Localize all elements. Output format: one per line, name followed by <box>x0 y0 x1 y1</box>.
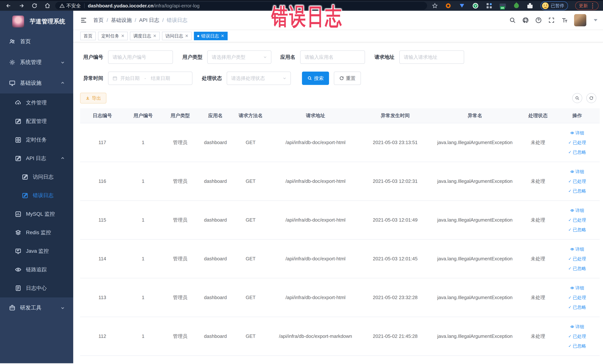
tool-icon <box>9 305 16 311</box>
search-icon[interactable] <box>509 17 516 23</box>
processed-link[interactable]: ✓已处理 <box>555 254 600 264</box>
ignored-link[interactable]: ✓已忽略 <box>555 186 600 196</box>
table-row: 1151管理员dashboardGET/api/infra/db-doc/exp… <box>80 201 600 239</box>
search-button[interactable]: 搜索 <box>302 71 329 85</box>
url-bar[interactable]: 不安全 dashboard.yudao.iocoder.cn/infra/log… <box>55 2 427 10</box>
sidebar-item-3[interactable]: 文件管理 <box>0 94 73 112</box>
ignored-link[interactable]: ✓已忽略 <box>555 303 600 312</box>
sidebar-item-8[interactable]: 错误日志 <box>0 186 73 205</box>
reset-button[interactable]: 重置 <box>334 71 361 85</box>
user-avatar[interactable] <box>574 14 586 26</box>
column-header: 日志编号 <box>80 108 125 123</box>
download-icon <box>85 96 90 100</box>
ignored-link[interactable]: ✓已忽略 <box>555 341 600 351</box>
profile-chip[interactable]: 已暂停 <box>541 1 568 10</box>
bookmark-star-icon[interactable] <box>432 3 438 9</box>
url-separator <box>84 3 84 8</box>
sidebar-item-14[interactable]: 研发工具 <box>0 297 73 318</box>
user-type-select[interactable]: 请选择用户类型 <box>207 50 271 64</box>
extension-grid-icon[interactable] <box>486 3 492 9</box>
sidebar-item-13[interactable]: 日志中心 <box>0 279 73 297</box>
table-row: 1171管理员dashboardGET/api/infra/db-doc/exp… <box>80 123 600 162</box>
back-icon[interactable] <box>6 3 12 9</box>
sidebar-item-9[interactable]: MySQL 监控 <box>0 205 73 223</box>
cloud-icon <box>15 99 22 106</box>
column-header: 请求地址 <box>269 108 362 123</box>
extension-leaf-icon[interactable] <box>513 3 520 9</box>
sidebar-item-6[interactable]: API 日志 <box>0 149 73 168</box>
detail-link[interactable]: 详细 <box>555 322 600 331</box>
chevron-down-icon <box>283 76 286 80</box>
processed-link[interactable]: ✓已处理 <box>555 215 600 225</box>
detail-link[interactable]: 详细 <box>555 167 600 176</box>
user-menu-caret-icon[interactable] <box>594 19 597 21</box>
font-size-icon[interactable] <box>561 17 568 23</box>
tab-错误日志[interactable]: 错误日志✕ <box>194 32 227 40</box>
sidebar-item-5[interactable]: 定时任务 <box>0 130 73 149</box>
extension-orange-icon[interactable] <box>445 3 451 9</box>
breadcrumb-item[interactable]: 首页 <box>93 17 104 24</box>
sidebar-item-11[interactable]: Java 监控 <box>0 242 73 260</box>
detail-link[interactable]: 详细 <box>555 283 600 293</box>
extensions-puzzle-icon[interactable] <box>527 3 533 9</box>
forward-icon[interactable] <box>19 3 24 9</box>
update-button[interactable]: 更新⋮ <box>575 1 599 10</box>
edit-icon <box>15 118 22 125</box>
request-url-input[interactable]: 请输入请求地址 <box>399 50 464 64</box>
column-header: 请求方法名 <box>232 108 269 123</box>
tab-首页[interactable]: 首页 <box>80 32 96 40</box>
sidebar-item-0[interactable]: 首页 <box>0 31 73 52</box>
extension-v-icon[interactable]: V <box>472 3 479 9</box>
toggle-search-button[interactable] <box>572 93 582 103</box>
extension-switch-icon[interactable]: on <box>499 3 506 9</box>
export-button[interactable]: 导出 <box>80 93 106 104</box>
help-icon[interactable] <box>535 17 542 23</box>
processed-link[interactable]: ✓已处理 <box>555 331 600 341</box>
tab-调度日志[interactable]: 调度日志✕ <box>130 32 160 40</box>
breadcrumb-item[interactable]: API 日志 <box>139 17 159 24</box>
sidebar-item-7[interactable]: 访问日志 <box>0 168 73 186</box>
sidebar-item-1[interactable]: 系统管理 <box>0 52 73 73</box>
search-icon <box>307 76 312 81</box>
detail-link[interactable]: 详细 <box>555 206 600 215</box>
home-icon[interactable] <box>45 3 50 9</box>
processed-link[interactable]: ✓已处理 <box>555 293 600 303</box>
sidebar-item-12[interactable]: 链路追踪 <box>0 260 73 279</box>
breadcrumb-item[interactable]: 基础设施 <box>111 17 132 24</box>
close-tab-icon[interactable]: ✕ <box>121 34 124 38</box>
fullscreen-icon[interactable] <box>548 17 555 23</box>
sidebar-item-10[interactable]: Redis 监控 <box>0 223 73 242</box>
browser-menu-icon[interactable]: ⋮ <box>590 3 596 9</box>
refresh-button[interactable] <box>586 93 596 103</box>
column-header: 异常名 <box>429 108 521 123</box>
process-status-select[interactable]: 请选择处理状态 <box>227 71 291 85</box>
app-name-input[interactable]: 请输入应用名 <box>300 50 365 64</box>
close-tab-icon[interactable]: ✕ <box>153 34 156 38</box>
tab-访问日志[interactable]: 访问日志✕ <box>162 32 192 40</box>
ignored-link[interactable]: ✓已忽略 <box>555 147 600 157</box>
user-id-input[interactable]: 请输入用户编号 <box>108 50 173 64</box>
breadcrumb: 首页/基础设施/API 日志/错误日志 <box>93 17 187 24</box>
app-logo: 芋道管理系统 <box>0 11 73 27</box>
eye-icon <box>570 325 574 329</box>
github-icon[interactable] <box>522 17 529 23</box>
detail-link[interactable]: 详细 <box>555 244 600 254</box>
hamburger-icon[interactable] <box>80 17 87 23</box>
reload-icon[interactable] <box>32 3 37 9</box>
refresh-icon <box>589 96 593 100</box>
gear-icon <box>9 59 16 66</box>
detail-link[interactable]: 详细 <box>555 128 600 138</box>
close-tab-icon[interactable]: ✕ <box>221 34 224 38</box>
processed-link[interactable]: ✓已处理 <box>555 176 600 186</box>
ignored-link[interactable]: ✓已忽略 <box>555 264 600 273</box>
sidebar-item-2[interactable]: 基础设施 <box>0 73 73 94</box>
exception-time-range-input[interactable]: 开始日期-结束日期 <box>108 71 192 85</box>
tab-定时任务[interactable]: 定时任务✕ <box>98 32 128 40</box>
column-header: 操作 <box>555 108 600 123</box>
close-tab-icon[interactable]: ✕ <box>185 34 188 38</box>
ignored-link[interactable]: ✓已忽略 <box>555 225 600 235</box>
processed-link[interactable]: ✓已处理 <box>555 138 600 147</box>
layers-icon <box>15 229 22 236</box>
extension-pin-icon[interactable] <box>459 3 465 9</box>
sidebar-item-4[interactable]: 配置管理 <box>0 112 73 130</box>
